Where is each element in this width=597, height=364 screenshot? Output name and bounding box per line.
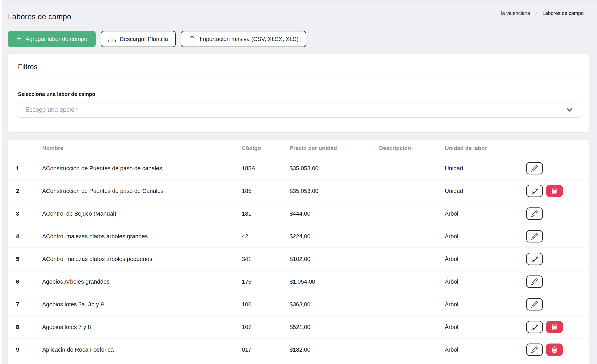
- pencil-icon: [531, 279, 538, 285]
- edit-button[interactable]: [526, 185, 543, 197]
- table-row: 3 AControl de Bejuco (Manual) 181 $444,0…: [8, 202, 589, 225]
- cell-codigo: 017: [242, 347, 290, 353]
- cell-precio: $224,00: [290, 233, 379, 240]
- cell-nombre: Agobios lotes 7 y 8: [42, 324, 242, 330]
- cell-unidad: Árbol: [445, 279, 518, 285]
- row-index: 3: [8, 210, 42, 217]
- cell-codigo: 106: [242, 301, 290, 308]
- row-index: 2: [8, 188, 42, 194]
- labors-table: Nombre Código Precio por unidad Descripc…: [8, 140, 589, 364]
- download-template-button[interactable]: Descargar Plantilla: [101, 31, 176, 47]
- cell-nombre: Agobios lotes 3a, 3b y 9: [42, 301, 242, 308]
- row-actions: [518, 298, 589, 310]
- trash-icon: [551, 187, 558, 194]
- pencil-icon: [531, 256, 538, 262]
- row-index: 8: [8, 324, 42, 330]
- cell-unidad: Árbol: [445, 210, 518, 217]
- row-index: 4: [8, 233, 42, 240]
- table-row: 2 AConstruccion de Puentes de paso de Ca…: [8, 180, 589, 202]
- labor-select[interactable]: Escoge una opción: [17, 102, 580, 117]
- row-actions: [518, 208, 589, 220]
- cell-precio: $35.053,00: [290, 188, 379, 194]
- pencil-icon: [531, 347, 538, 353]
- cell-unidad: Árbol: [445, 347, 518, 353]
- bulk-import-label: Importación masiva (CSV, XLSX, XLS): [200, 36, 298, 42]
- delete-button[interactable]: [546, 321, 563, 333]
- column-unidad: Unidad de labor: [445, 145, 518, 151]
- pencil-icon: [531, 210, 538, 217]
- delete-button[interactable]: [546, 185, 563, 197]
- cell-codigo: 175: [242, 279, 290, 285]
- cell-codigo: 42: [242, 233, 290, 240]
- download-template-label: Descargar Plantilla: [120, 36, 168, 42]
- edit-button[interactable]: [526, 162, 543, 174]
- cell-unidad: Árbol: [445, 233, 518, 240]
- row-actions: [518, 253, 589, 265]
- table-row: 7 Agobios lotes 3a, 3b y 9 106 $363,00 Á…: [8, 293, 589, 316]
- edit-button[interactable]: [526, 343, 543, 356]
- cell-codigo: 181: [242, 210, 290, 217]
- row-actions: [518, 185, 589, 197]
- edit-button[interactable]: [526, 321, 543, 333]
- row-index: 9: [8, 347, 42, 353]
- toolbar: + Agregar labor de campo Descargar Plant…: [8, 31, 306, 47]
- table-row: 4 AControl malezas platos arboles grande…: [8, 225, 589, 248]
- delete-button[interactable]: [546, 343, 563, 356]
- sidebar-edge: [0, 0, 2, 364]
- edit-button[interactable]: [526, 253, 543, 265]
- table-body: 1 AConstruccion de Puentes de paso de ca…: [8, 157, 589, 361]
- cell-unidad: Árbol: [445, 256, 518, 262]
- upload-icon: [189, 35, 196, 43]
- breadcrumb: la valenciana Labores de campo: [501, 10, 584, 16]
- pencil-icon: [531, 233, 538, 240]
- edit-button[interactable]: [526, 298, 543, 310]
- add-labor-label: Agregar labor de campo: [25, 36, 87, 42]
- column-precio: Precio por unidad: [290, 145, 379, 151]
- cell-precio: $182,00: [290, 347, 379, 353]
- labor-select-label: Selecciona una labor de campo: [18, 91, 580, 97]
- edit-button[interactable]: [526, 208, 543, 220]
- cell-nombre: AConstruccion de Puentes de paso de Cana…: [42, 188, 242, 194]
- cell-nombre: Aplicacin de Roca Fosforica: [42, 347, 242, 353]
- cell-unidad: Unidad: [445, 165, 518, 172]
- edit-button[interactable]: [526, 276, 543, 288]
- table-header-row: Nombre Código Precio por unidad Descripc…: [8, 140, 589, 157]
- table-row: 5 AControl malezas platos arboles pequen…: [8, 248, 589, 271]
- row-actions: [518, 276, 589, 288]
- trash-icon: [551, 324, 558, 330]
- page-title: Labores de campo: [8, 13, 71, 21]
- cell-codigo: 341: [242, 256, 290, 262]
- breadcrumb-parent[interactable]: la valenciana: [501, 10, 530, 16]
- labor-select-placeholder: Escoge una opción: [25, 106, 78, 113]
- table-row: 1 AConstruccion de Puentes de paso de ca…: [8, 157, 589, 180]
- trash-icon: [551, 346, 558, 353]
- filters-card: Filtros Selecciona una labor de campo Es…: [8, 54, 589, 132]
- cell-unidad: Árbol: [445, 324, 518, 330]
- row-index: 1: [8, 165, 42, 172]
- row-actions: [518, 230, 589, 242]
- topbar-edge: [0, 0, 597, 1]
- edit-button[interactable]: [526, 230, 543, 242]
- cell-nombre: AControl de Bejuco (Manual): [42, 210, 242, 217]
- cell-precio: $102,00: [290, 256, 379, 262]
- plus-icon: +: [16, 34, 22, 43]
- row-index: 6: [8, 279, 42, 285]
- breadcrumb-current: Labores de campo: [542, 10, 584, 16]
- add-labor-button[interactable]: + Agregar labor de campo: [8, 31, 96, 47]
- pencil-icon: [531, 301, 538, 308]
- cell-nombre: AControl malezas platos arboles pequenos: [42, 256, 242, 262]
- column-nombre: Nombre: [42, 145, 242, 151]
- pencil-icon: [531, 324, 538, 330]
- cell-codigo: 185: [242, 188, 290, 194]
- chevron-down-icon: [566, 106, 573, 113]
- cell-precio: $35.053,00: [290, 165, 379, 172]
- cell-precio: $444,00: [290, 210, 379, 217]
- row-index: 7: [8, 301, 42, 308]
- row-actions: [518, 321, 589, 333]
- row-index: 5: [8, 256, 42, 262]
- table-row: 6 Agobios Arboles granddes 175 $1.054,00…: [8, 271, 589, 293]
- cell-unidad: Árbol: [445, 301, 518, 308]
- cell-nombre: Agobios Arboles granddes: [42, 279, 242, 285]
- download-icon: [109, 35, 116, 43]
- bulk-import-button[interactable]: Importación masiva (CSV, XLSX, XLS): [181, 31, 306, 47]
